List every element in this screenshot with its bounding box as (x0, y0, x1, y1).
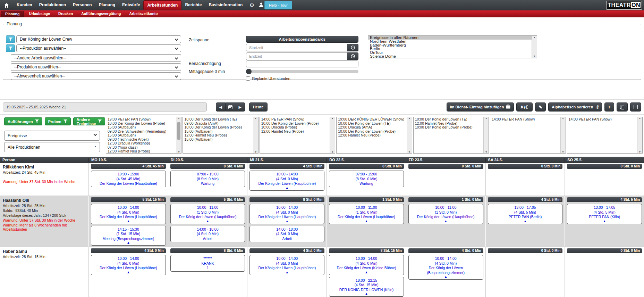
schedule-entry[interactable]: 10:00 - 11:00(1 Std. 0 Min)Der König der… (170, 204, 245, 224)
scroll-up-arrow[interactable]: ▲ (408, 117, 410, 119)
filter-select-3[interactable]: --Andere Arbeit auswählen-- (11, 54, 181, 62)
benachrichtigung-input[interactable] (246, 60, 358, 67)
alle-produktionen-select[interactable]: Alle Produktionen▼ (4, 142, 100, 152)
scroll-down-arrow[interactable]: ▼ (178, 151, 180, 153)
topnav-item-entwurfe[interactable]: Entwürfe (119, 0, 143, 10)
pencil-button[interactable]: ✎ (535, 102, 546, 112)
day-events-box[interactable]: 10:00 Der König der Löwen (TE)12:00 Haml… (413, 117, 489, 154)
day-cell[interactable]: 0 Std. 0 Min (565, 163, 644, 196)
schedule-entry[interactable]: 18:00 - 22:15(4 Std. 15 Min)DER KÖNIG DE… (329, 277, 404, 297)
day-cell[interactable]: 4 Std. 0 Min10:00 - 14:00(4 Std. 0 Min)D… (406, 247, 485, 297)
filter-select-4[interactable]: --Produktion auswählen-- (11, 63, 181, 71)
filter-button-proben[interactable]: Proben (45, 117, 71, 125)
schedule-entry[interactable]: 07:00 - 15:00(8 Std. 0 Min)Wartung (329, 171, 404, 187)
schedule-entry[interactable]: 13:00 - 17:05(4 Std. 5 Min)PETER PAN (Kö… (567, 204, 642, 224)
arbeitsgruppenstandards-button[interactable]: Arbeitsgruppenstandards (246, 36, 358, 43)
alphabetisch-sortieren-button[interactable]: Alphabetisch sortieren ↓az (548, 102, 602, 112)
day-cell[interactable]: 0 Std. 0 Min (485, 163, 565, 196)
geplante-ueberstunden-checkbox[interactable] (246, 76, 250, 81)
scroll-down-arrow[interactable]: ▼ (533, 55, 536, 58)
scroll-thumb[interactable] (177, 122, 180, 140)
day-cell[interactable]: 0 Std. 0 Min (485, 247, 565, 297)
topnav-item-planung[interactable]: Planung (95, 0, 119, 10)
startzeit-clock-button[interactable] (347, 44, 358, 51)
scroll-up-arrow[interactable]: ▲ (562, 117, 564, 119)
scrollbar[interactable]: ▲▼ (253, 117, 258, 153)
schedule-entry[interactable]: 14:00 - 18:00(4 Std. 0 Min)Arbeit (249, 226, 324, 242)
room-option[interactable]: Berlin (368, 47, 532, 51)
day-cell[interactable]: 8 Std. 0 Min******KRANK1 (168, 247, 247, 297)
startzeit-input[interactable]: Startzeit (246, 44, 347, 51)
scroll-down-arrow[interactable]: ▼ (331, 151, 334, 153)
subnav-item-urlaubstage[interactable]: Urlaubstage (25, 10, 54, 17)
day-cell[interactable]: 4 Std. 0 Min10:00 - 14:00(4 Std. 0 Min)D… (88, 247, 168, 297)
day-cell[interactable]: 8 Std. 15 Min10:00 - 14:00(4 Std. 0 Min)… (327, 247, 406, 297)
filter-icon-button[interactable] (6, 44, 15, 52)
topnav-item-produktionen[interactable]: Produktionen (36, 0, 69, 10)
room-option[interactable]: Baden-Württemberg (368, 43, 532, 47)
scroll-up-arrow[interactable]: ▲ (639, 117, 641, 119)
next-week-button[interactable]: ▶ (235, 102, 245, 112)
day-events-box[interactable]: 19:00 DER KÖNIG DER LÖWEN (Show)10:00 De… (336, 117, 412, 154)
filter-select-5[interactable]: --Abwesenheit auswählen-- (11, 72, 181, 80)
day-events-box[interactable]: 14:00 PETER PAN (Show)▲▼ (490, 117, 566, 154)
rooms-scrollbar[interactable]: ▲▼ (532, 36, 537, 58)
slider-handle[interactable] (246, 69, 252, 74)
filter-button-andere-ereignisse[interactable]: Andere Ereignisse (73, 117, 105, 125)
scroll-down-arrow[interactable]: ▼ (254, 151, 257, 153)
filter-select-1[interactable]: Der Köning der Löwen Crew (16, 35, 181, 43)
day-cell[interactable]: 4 Std. 0 Min10:00 - 14:00(4 Std. 0 Min)D… (247, 247, 327, 297)
day-cell[interactable]: 8 Std. 0 Min07:00 - 15:00(8 Std. 0 Min)W… (327, 163, 406, 196)
room-option[interactable]: Science Dome (368, 55, 532, 58)
schedule-entry[interactable]: 10:00 - 14:00(4 Std. 0 Min)Der König der… (408, 255, 483, 280)
subnav-item-drucken[interactable]: Drucken (54, 10, 77, 17)
subnav-item-planung[interactable]: Planung (1, 11, 24, 17)
filter-button-auffuhrungen[interactable]: Aufführungen (4, 117, 42, 125)
day-events-box[interactable]: 19:00 PETER PAN (Show)10:00 Der König de… (106, 117, 181, 154)
day-cell[interactable]: 5 Std. 0 Min10:00 - 11:00(1 Std. 0 Min)D… (168, 196, 247, 247)
scroll-down-arrow[interactable]: ▼ (485, 151, 488, 153)
scrollbar[interactable]: ▲▼ (176, 117, 181, 153)
day-cell[interactable]: 0 Std. 0 Min (406, 163, 485, 196)
user-icon[interactable] (259, 2, 263, 8)
schedule-entry[interactable]: 13:00 - 17:05(4 Std. 5 Min)PETER PAN (Be… (488, 204, 563, 224)
scroll-up-arrow[interactable]: ▲ (254, 117, 257, 119)
scroll-up-arrow[interactable]: ▲ (485, 117, 488, 119)
topnav-item-berichte[interactable]: Berichte (181, 0, 205, 10)
room-option[interactable]: Nordrhein-Westfalen (368, 40, 532, 43)
im-dienst-eintrag-button[interactable]: Im Dienst- Eintrag hinzufügen (447, 102, 514, 112)
topnav-item-basisinformation[interactable]: Basisinformation (205, 0, 246, 10)
topnav-item-arbeitsstunden[interactable]: Arbeitsstunden (143, 0, 181, 10)
previous-week-button[interactable]: ◀ (216, 102, 226, 112)
schedule-entry[interactable]: 10:00 - 14:00(4 Std. 0 Min)Der König der… (91, 255, 166, 275)
list-view-button[interactable] (630, 102, 641, 112)
schedule-entry[interactable]: 14:00 - 18:00(4 Std. 0 Min)Arbeit (170, 226, 245, 242)
schedule-entry[interactable]: 10:00 - 11:00(1 Std. 0 Min)Der König der… (408, 204, 483, 224)
gear-icon[interactable]: ⚙ (249, 2, 254, 8)
day-cell[interactable]: 4 Std. 5 Min13:00 - 17:05(4 Std. 5 Min)P… (565, 196, 644, 247)
scrollbar[interactable]: ▲▼ (330, 117, 335, 153)
schedule-entry[interactable]: 10:00 - 14:00(4 Std. 0 Min)Der König der… (249, 255, 324, 275)
scroll-up-arrow[interactable]: ▲ (533, 36, 536, 39)
schedule-entry[interactable]: ******KRANK1 (170, 255, 245, 272)
scroll-down-arrow[interactable]: ▼ (408, 151, 410, 153)
home-icon[interactable] (0, 0, 13, 10)
day-cell[interactable]: 4 Std. 0 Min10:00 - 14:00(4 Std. 0 Min)D… (247, 163, 327, 196)
day-cell[interactable]: 8 Std. 0 Min10:00 - 14:00(4 Std. 0 Min)D… (247, 196, 327, 247)
day-cell[interactable]: 1 Std. 0 Min10:00 - 11:00(1 Std. 0 Min)D… (406, 196, 485, 247)
scrollbar[interactable]: ▲▼ (483, 117, 489, 153)
rooms-listbox[interactable]: Ereignisse in allen RäumenNordrhein-West… (368, 35, 537, 58)
endzeit-clock-button[interactable] (347, 52, 358, 60)
schedule-entry[interactable]: 10:00 - 14:00(4 Std. 0 Min)Der König der… (329, 255, 404, 275)
topnav-item-kunden[interactable]: Kunden (13, 0, 36, 10)
scroll-up-arrow[interactable]: ▲ (331, 117, 334, 119)
day-cell[interactable]: 4 Std. 45 Min10:00 - 15:00(4 Std. 45 Min… (88, 163, 168, 196)
schedule-entry[interactable]: 07:00 - 15:00(8 Std. 0 Min)Wartung (170, 171, 245, 187)
scrollbar[interactable]: ▲▼ (407, 117, 412, 153)
day-cell[interactable]: 5 Std. 15 Min10:00 - 14:00(4 Std. 0 Min)… (88, 196, 168, 247)
filter-icon-button[interactable] (6, 35, 15, 43)
subnav-item-auffuhrungsvergutung[interactable]: Aufführungsvergütung (77, 10, 125, 17)
calendar-button[interactable] (226, 102, 235, 112)
schedule-entry[interactable]: 10:00 - 11:00(1 Std. 0 Min)Der König der… (329, 204, 404, 224)
scroll-down-arrow[interactable]: ▼ (639, 151, 641, 153)
